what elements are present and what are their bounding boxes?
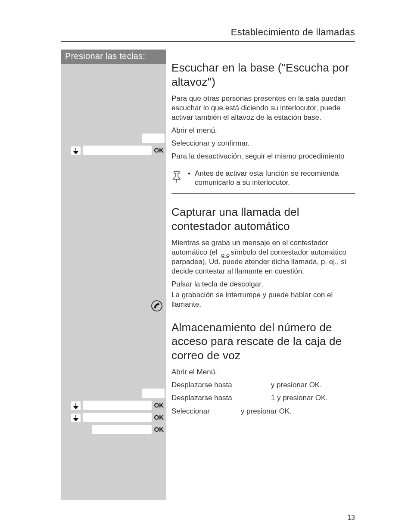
svg-point-3 — [227, 254, 229, 257]
arrow-down-icon — [71, 414, 81, 422]
header-rule — [61, 41, 355, 42]
svg-point-2 — [221, 254, 224, 257]
body-text: Abrir el menú. — [171, 126, 355, 135]
menu-key-icon — [142, 134, 165, 143]
section-heading: Escuchar en la base ("Escucha por altavo… — [171, 61, 355, 89]
bullet-icon: • — [188, 169, 190, 178]
key-menu-pill — [61, 134, 166, 145]
menu-key-icon — [142, 389, 165, 398]
note-text: Antes de activar esta función se recomie… — [195, 169, 355, 188]
ok-label: OK — [154, 401, 164, 409]
arrow-down-icon — [71, 401, 81, 410]
pin-icon — [171, 170, 184, 185]
content-column: Escuchar en la base ("Escucha por altavo… — [171, 50, 355, 420]
body-text: Abrir el Menú. — [171, 367, 355, 377]
chapter-title: Establecimiento de llamadas — [231, 27, 355, 38]
key-arrow-down-ok-2: OK — [61, 401, 166, 412]
key-column-header: Presionar las teclas: — [61, 50, 166, 64]
body-text: Para la desactivación, seguir el mismo p… — [171, 152, 355, 161]
display-pill-icon — [83, 401, 152, 410]
key-pill-ok-4: OK — [61, 425, 166, 436]
note-separator — [171, 193, 355, 194]
body-text: Seleccionar y confirmar. — [171, 139, 355, 148]
body-text: Desplazarse hastay presionar OK. — [171, 380, 355, 390]
arrow-down-icon — [71, 146, 81, 155]
body-text: La grabación se interrumpe y puede habla… — [171, 290, 355, 309]
ok-label: OK — [154, 146, 164, 154]
note-row: • Antes de activar esta función se recom… — [171, 166, 355, 194]
body-text: Pulsar la tecla de descolgar. — [171, 280, 355, 289]
body-text: Desplazarse hasta1 y presionar OK. — [171, 393, 355, 403]
ok-label: OK — [154, 414, 164, 421]
body-text: Mientras se graba un mensaje en el conte… — [171, 238, 355, 276]
display-pill-icon — [83, 413, 152, 422]
section-heading: Almacenamiento del número de acceso para… — [171, 320, 355, 363]
tape-icon — [221, 251, 230, 255]
display-pill-icon — [92, 425, 152, 434]
display-pill-icon — [83, 146, 152, 155]
body-text: Para que otras personas presentes en la … — [171, 94, 355, 122]
offhook-key-icon — [151, 300, 163, 312]
ok-label: OK — [154, 426, 164, 433]
body-text: Seleccionary presionar OK. — [171, 407, 355, 416]
page-number: 13 — [347, 514, 355, 522]
section-heading: Capturar una llamada del contestador aut… — [171, 205, 355, 233]
svg-point-0 — [152, 301, 162, 311]
key-column: Presionar las teclas: OK — [61, 50, 166, 500]
key-arrow-down-ok-3: OK — [61, 413, 166, 424]
key-arrow-down-ok: OK — [61, 146, 166, 157]
key-menu-pill-2 — [61, 389, 166, 400]
